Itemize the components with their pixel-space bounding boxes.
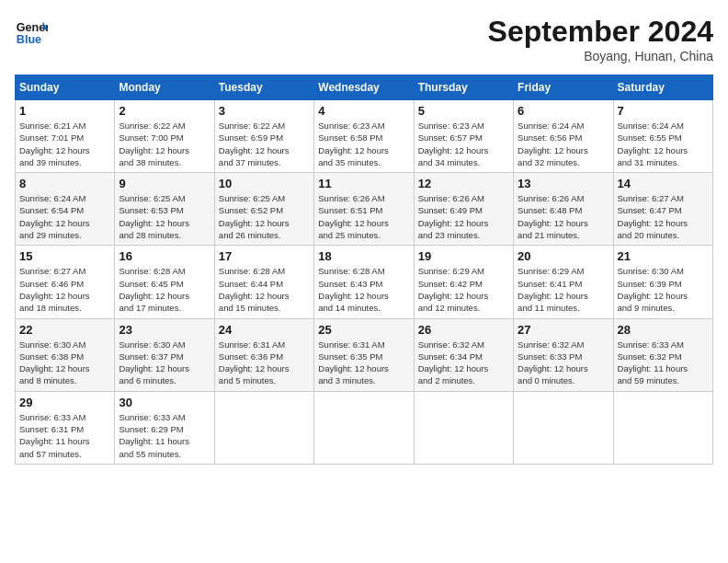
calendar-cell: 13Sunrise: 6:26 AMSunset: 6:48 PMDayligh…: [514, 173, 613, 246]
weekday-header-thursday: Thursday: [414, 75, 513, 100]
day-info: Sunrise: 6:33 AMSunset: 6:29 PMDaylight:…: [119, 411, 210, 460]
logo: General Blue: [15, 15, 48, 48]
calendar-cell: 21Sunrise: 6:30 AMSunset: 6:39 PMDayligh…: [613, 246, 712, 318]
title-block: September 2024 Boyang, Hunan, China: [488, 15, 713, 63]
weekday-header-friday: Friday: [514, 75, 613, 100]
day-number: 15: [19, 249, 110, 263]
calendar-cell: 20Sunrise: 6:29 AMSunset: 6:41 PMDayligh…: [514, 246, 613, 318]
calendar-cell: [314, 391, 414, 464]
location: Boyang, Hunan, China: [488, 49, 713, 63]
day-number: 7: [618, 104, 709, 118]
day-info: Sunrise: 6:24 AMSunset: 6:54 PMDaylight:…: [19, 192, 110, 241]
day-number: 11: [318, 177, 409, 190]
day-info: Sunrise: 6:31 AMSunset: 6:36 PMDaylight:…: [219, 339, 310, 387]
day-number: 30: [119, 396, 210, 409]
day-info: Sunrise: 6:30 AMSunset: 6:39 PMDaylight:…: [618, 265, 709, 314]
calendar-cell: 12Sunrise: 6:26 AMSunset: 6:49 PMDayligh…: [414, 173, 513, 246]
day-number: 20: [518, 249, 609, 263]
calendar-cell: 5Sunrise: 6:23 AMSunset: 6:57 PMDaylight…: [414, 100, 513, 173]
day-info: Sunrise: 6:25 AMSunset: 6:53 PMDaylight:…: [119, 192, 210, 241]
calendar-week-3: 15Sunrise: 6:27 AMSunset: 6:46 PMDayligh…: [16, 246, 713, 318]
logo-icon: General Blue: [15, 15, 48, 48]
weekday-header-tuesday: Tuesday: [214, 75, 313, 100]
calendar-table: SundayMondayTuesdayWednesdayThursdayFrid…: [15, 75, 713, 465]
day-info: Sunrise: 6:25 AMSunset: 6:52 PMDaylight:…: [219, 192, 310, 241]
day-number: 13: [518, 177, 609, 190]
calendar-cell: [214, 391, 313, 464]
day-number: 3: [219, 104, 310, 118]
day-info: Sunrise: 6:26 AMSunset: 6:51 PMDaylight:…: [318, 192, 409, 241]
calendar-cell: 14Sunrise: 6:27 AMSunset: 6:47 PMDayligh…: [613, 173, 712, 246]
day-info: Sunrise: 6:30 AMSunset: 6:38 PMDaylight:…: [19, 339, 110, 387]
calendar-cell: 7Sunrise: 6:24 AMSunset: 6:55 PMDaylight…: [613, 100, 712, 173]
calendar-cell: 9Sunrise: 6:25 AMSunset: 6:53 PMDaylight…: [115, 173, 214, 246]
day-info: Sunrise: 6:28 AMSunset: 6:43 PMDaylight:…: [318, 265, 409, 314]
day-info: Sunrise: 6:27 AMSunset: 6:46 PMDaylight:…: [19, 265, 110, 314]
calendar-cell: 22Sunrise: 6:30 AMSunset: 6:38 PMDayligh…: [16, 318, 115, 391]
calendar-cell: 18Sunrise: 6:28 AMSunset: 6:43 PMDayligh…: [314, 246, 414, 318]
calendar-cell: 27Sunrise: 6:32 AMSunset: 6:33 PMDayligh…: [514, 318, 613, 391]
calendar-cell: 3Sunrise: 6:22 AMSunset: 6:59 PMDaylight…: [214, 100, 313, 173]
day-number: 22: [19, 323, 110, 337]
day-info: Sunrise: 6:33 AMSunset: 6:31 PMDaylight:…: [19, 411, 110, 460]
day-number: 8: [19, 177, 110, 190]
calendar-cell: 8Sunrise: 6:24 AMSunset: 6:54 PMDaylight…: [16, 173, 115, 246]
day-info: Sunrise: 6:33 AMSunset: 6:32 PMDaylight:…: [618, 339, 709, 387]
day-number: 12: [418, 177, 509, 190]
calendar-cell: 4Sunrise: 6:23 AMSunset: 6:58 PMDaylight…: [314, 100, 414, 173]
calendar-cell: 2Sunrise: 6:22 AMSunset: 7:00 PMDaylight…: [115, 100, 214, 173]
day-number: 10: [219, 177, 310, 190]
day-info: Sunrise: 6:21 AMSunset: 7:01 PMDaylight:…: [19, 120, 110, 168]
day-number: 21: [618, 249, 709, 263]
calendar-cell: 11Sunrise: 6:26 AMSunset: 6:51 PMDayligh…: [314, 173, 414, 246]
day-number: 1: [19, 104, 110, 118]
day-number: 16: [119, 249, 210, 263]
day-info: Sunrise: 6:31 AMSunset: 6:35 PMDaylight:…: [318, 339, 409, 387]
calendar-cell: 17Sunrise: 6:28 AMSunset: 6:44 PMDayligh…: [214, 246, 313, 318]
calendar-cell: 24Sunrise: 6:31 AMSunset: 6:36 PMDayligh…: [214, 318, 313, 391]
weekday-header-sunday: Sunday: [16, 75, 115, 100]
calendar-cell: 28Sunrise: 6:33 AMSunset: 6:32 PMDayligh…: [613, 318, 712, 391]
day-number: 2: [119, 104, 210, 118]
day-info: Sunrise: 6:29 AMSunset: 6:42 PMDaylight:…: [418, 265, 509, 314]
calendar-cell: 23Sunrise: 6:30 AMSunset: 6:37 PMDayligh…: [115, 318, 214, 391]
day-info: Sunrise: 6:26 AMSunset: 6:48 PMDaylight:…: [518, 192, 609, 241]
calendar-cell: [514, 391, 613, 464]
day-number: 23: [119, 323, 210, 337]
day-info: Sunrise: 6:26 AMSunset: 6:49 PMDaylight:…: [418, 192, 509, 241]
calendar-week-4: 22Sunrise: 6:30 AMSunset: 6:38 PMDayligh…: [16, 318, 713, 391]
day-number: 25: [318, 323, 409, 337]
calendar-cell: 10Sunrise: 6:25 AMSunset: 6:52 PMDayligh…: [214, 173, 313, 246]
day-info: Sunrise: 6:27 AMSunset: 6:47 PMDaylight:…: [618, 192, 709, 241]
calendar-cell: 15Sunrise: 6:27 AMSunset: 6:46 PMDayligh…: [16, 246, 115, 318]
calendar-cell: 1Sunrise: 6:21 AMSunset: 7:01 PMDaylight…: [16, 100, 115, 173]
weekday-header-row: SundayMondayTuesdayWednesdayThursdayFrid…: [16, 75, 713, 100]
calendar-week-1: 1Sunrise: 6:21 AMSunset: 7:01 PMDaylight…: [16, 100, 713, 173]
day-info: Sunrise: 6:28 AMSunset: 6:44 PMDaylight:…: [219, 265, 310, 314]
calendar-week-5: 29Sunrise: 6:33 AMSunset: 6:31 PMDayligh…: [16, 391, 713, 464]
calendar-cell: 30Sunrise: 6:33 AMSunset: 6:29 PMDayligh…: [115, 391, 214, 464]
day-info: Sunrise: 6:24 AMSunset: 6:56 PMDaylight:…: [518, 120, 609, 168]
day-info: Sunrise: 6:29 AMSunset: 6:41 PMDaylight:…: [518, 265, 609, 314]
day-number: 18: [318, 249, 409, 263]
calendar-cell: 29Sunrise: 6:33 AMSunset: 6:31 PMDayligh…: [16, 391, 115, 464]
weekday-header-saturday: Saturday: [613, 75, 712, 100]
day-info: Sunrise: 6:23 AMSunset: 6:57 PMDaylight:…: [418, 120, 509, 168]
day-info: Sunrise: 6:22 AMSunset: 7:00 PMDaylight:…: [119, 120, 210, 168]
calendar-cell: [613, 391, 712, 464]
calendar-cell: 25Sunrise: 6:31 AMSunset: 6:35 PMDayligh…: [314, 318, 414, 391]
day-number: 24: [219, 323, 310, 337]
day-number: 26: [418, 323, 509, 337]
day-number: 17: [219, 249, 310, 263]
svg-text:Blue: Blue: [17, 33, 41, 46]
day-number: 14: [618, 177, 709, 190]
calendar-cell: [414, 391, 513, 464]
day-info: Sunrise: 6:32 AMSunset: 6:33 PMDaylight:…: [518, 339, 609, 387]
day-number: 19: [418, 249, 509, 263]
day-number: 27: [518, 323, 609, 337]
day-info: Sunrise: 6:28 AMSunset: 6:45 PMDaylight:…: [119, 265, 210, 314]
day-info: Sunrise: 6:22 AMSunset: 6:59 PMDaylight:…: [219, 120, 310, 168]
calendar-cell: 16Sunrise: 6:28 AMSunset: 6:45 PMDayligh…: [115, 246, 214, 318]
day-number: 28: [618, 323, 709, 337]
calendar-cell: 26Sunrise: 6:32 AMSunset: 6:34 PMDayligh…: [414, 318, 513, 391]
